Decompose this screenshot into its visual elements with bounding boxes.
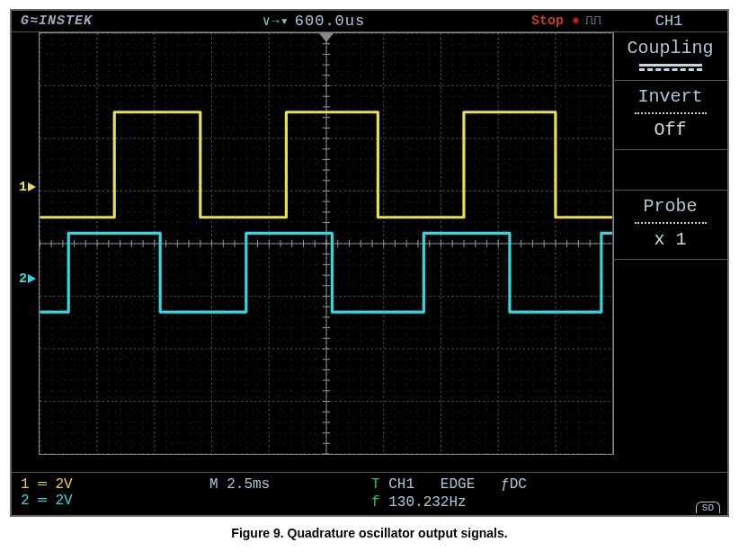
trigger-mode: EDGE <box>441 476 475 493</box>
waveform-grid <box>40 33 613 454</box>
active-channel: CH1 <box>610 13 727 30</box>
oscilloscope-topbar: G≈INSTEK ∨→▾ 600.0us Stop ● ⎍⎍ CH1 <box>12 11 727 32</box>
stop-dot-icon: ● <box>572 13 580 29</box>
trigger-coupling: ƒDC <box>501 476 527 493</box>
invert-value: Off <box>617 120 724 140</box>
pulse-icon: ⎍⎍ <box>585 13 601 29</box>
coupling-ac-icon <box>639 68 702 71</box>
sd-card-icon: SD <box>696 502 720 513</box>
timebase-readout: 600.0us <box>295 13 365 30</box>
probe-value: x 1 <box>617 229 724 250</box>
run-state: Stop ● <box>526 13 585 29</box>
main-timebase: M 2.5ms <box>209 476 270 493</box>
waveform-display <box>39 32 614 455</box>
menu-probe[interactable]: Probe x 1 <box>613 191 727 260</box>
side-menu: Coupling Invert Off Probe x 1 <box>612 32 727 455</box>
coupling-dc-icon <box>639 64 702 67</box>
ch2-zero-marker: 2 <box>19 271 27 287</box>
trigger-arrow-glyphs: ∨→▾ <box>263 13 289 30</box>
ch2-scale: 2 ═ 2V <box>21 493 209 509</box>
figure-caption: Figure 9. Quadrature oscillator output s… <box>0 526 739 540</box>
bottom-status-bar: 1 ═ 2V 2 ═ 2V M 2.5ms T CH1 EDGE ƒDC f 1… <box>12 472 727 515</box>
menu-coupling[interactable]: Coupling <box>613 32 727 81</box>
topbar-center: ∨→▾ 600.0us <box>102 13 526 30</box>
trigger-source-icon: T <box>371 476 380 493</box>
ch1-scale: 1 ═ 2V <box>21 476 209 493</box>
brand-logo: G≈INSTEK <box>12 13 102 29</box>
ch1-zero-marker: 1 <box>19 180 27 195</box>
freq-readout: 130.232Hz <box>388 494 466 511</box>
trigger-source: CH1 <box>388 476 414 493</box>
menu-invert[interactable]: Invert Off <box>613 81 727 150</box>
freq-icon: f <box>371 494 380 511</box>
